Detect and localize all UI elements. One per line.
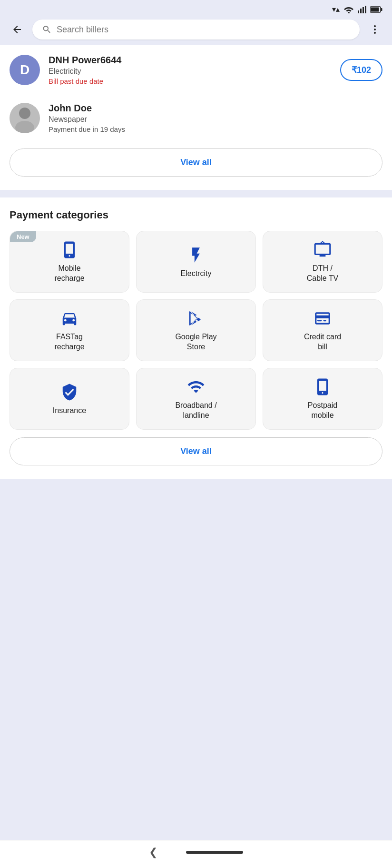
svg-rect-1 xyxy=(360,9,362,13)
new-badge: New xyxy=(10,231,36,242)
avatar-johndoe xyxy=(10,103,40,133)
bill-name: John Doe xyxy=(49,103,382,114)
nav-home-bar[interactable] xyxy=(186,851,243,854)
svg-rect-12 xyxy=(317,320,322,321)
section-title: Payment categories xyxy=(10,209,382,221)
mobile-icon xyxy=(60,241,78,259)
category-label: Electrcity xyxy=(181,269,212,279)
category-label: FASTagrecharge xyxy=(54,332,84,352)
more-options-button[interactable] xyxy=(365,20,384,39)
bill-item-johndoe[interactable]: John Doe Newspaper Payment due in 19 day… xyxy=(10,93,382,141)
wifi-icon: ▾▴ xyxy=(332,5,340,14)
category-postpaid[interactable]: Postpaidmobile xyxy=(263,368,382,430)
electricity-icon xyxy=(187,246,205,264)
playstore-icon xyxy=(187,309,205,327)
insurance-icon xyxy=(60,383,78,401)
category-label: Google PlayStore xyxy=(175,332,216,352)
svg-rect-2 xyxy=(363,7,364,13)
avatar-dnhpower: D xyxy=(10,55,40,85)
nav-back-button[interactable]: ❮ xyxy=(149,846,157,858)
view-all-button-2[interactable]: View all xyxy=(10,437,382,465)
category-label: Broadband /landline xyxy=(175,401,216,421)
fastag-icon xyxy=(60,309,78,327)
bill-item-dnhpower[interactable]: D DNH Power6644 Electricity Bill past du… xyxy=(10,45,382,93)
svg-rect-5 xyxy=(381,8,382,11)
tv-icon xyxy=(314,241,332,259)
category-label: Postpaidmobile xyxy=(308,401,337,421)
category-credit-card[interactable]: Credit cardbill xyxy=(263,299,382,361)
nav-bar: ❮ xyxy=(0,840,392,868)
bill-info-dnhpower: DNH Power6644 Electricity Bill past due … xyxy=(49,55,340,85)
search-icon xyxy=(42,24,52,35)
svg-point-9 xyxy=(374,32,376,34)
svg-rect-0 xyxy=(358,10,359,13)
status-bar: ▾▴ xyxy=(0,0,392,16)
svg-rect-13 xyxy=(323,320,326,321)
broadband-icon xyxy=(187,378,205,396)
pay-button-dnhpower[interactable]: ₹102 xyxy=(340,59,382,81)
svg-point-8 xyxy=(374,29,376,30)
search-input[interactable] xyxy=(57,25,350,35)
category-mobile-recharge[interactable]: New Mobilerecharge xyxy=(10,231,129,293)
category-google-play[interactable]: Google PlayStore xyxy=(136,299,256,361)
bills-section: D DNH Power6644 Electricity Bill past du… xyxy=(0,45,392,190)
bill-type: Electricity xyxy=(49,67,340,76)
creditcard-icon xyxy=(314,309,332,327)
view-all-button-1[interactable]: View all xyxy=(10,148,382,177)
wifi-icon xyxy=(343,6,354,13)
bill-type: Newspaper xyxy=(49,115,382,124)
category-label: Insurance xyxy=(53,406,86,416)
category-broadband[interactable]: Broadband /landline xyxy=(136,368,256,430)
bill-info-johndoe: John Doe Newspaper Payment due in 19 day… xyxy=(49,103,382,133)
top-bar xyxy=(0,16,392,45)
category-insurance[interactable]: Insurance xyxy=(10,368,129,430)
categories-section: Payment categories New Mobilerecharge El… xyxy=(0,197,392,479)
category-dth-cable[interactable]: DTH /Cable TV xyxy=(263,231,382,293)
postpaid-icon xyxy=(314,378,332,396)
signal-icon xyxy=(358,6,366,13)
bill-status: Payment due in 19 days xyxy=(49,125,382,133)
bill-status: Bill past due date xyxy=(49,77,340,85)
battery-icon xyxy=(370,6,382,13)
category-label: DTH /Cable TV xyxy=(307,264,338,284)
avatar-initial: D xyxy=(20,62,29,78)
categories-grid: New Mobilerecharge Electrcity DTH /Cable… xyxy=(10,231,382,430)
svg-rect-6 xyxy=(371,7,379,11)
search-bar[interactable] xyxy=(32,20,360,39)
category-electricity[interactable]: Electrcity xyxy=(136,231,256,293)
bill-name: DNH Power6644 xyxy=(49,55,340,66)
category-fastag[interactable]: FASTagrecharge xyxy=(10,299,129,361)
category-label: Credit cardbill xyxy=(304,332,341,352)
svg-rect-3 xyxy=(365,6,366,13)
back-button[interactable] xyxy=(8,20,27,39)
svg-point-7 xyxy=(374,25,376,27)
category-label: Mobilerecharge xyxy=(54,264,84,284)
